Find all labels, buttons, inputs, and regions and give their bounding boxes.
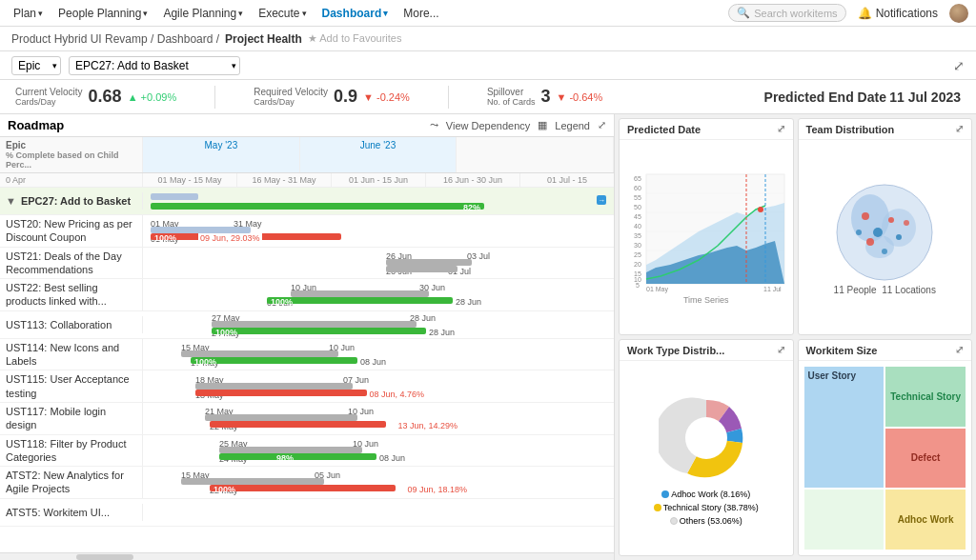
svg-text:30: 30 (634, 242, 641, 249)
svg-text:5: 5 (636, 282, 640, 289)
table-row: UST20: New Pricing as per Discount Coupo… (0, 215, 614, 248)
current-velocity: Current Velocity Cards/Day 0.68 ▲ +0.09% (15, 87, 176, 107)
roadmap-header: Roadmap ⤳ View Dependency ▦ Legend ⤢ (0, 114, 614, 137)
expand-button[interactable]: ⤢ (953, 58, 965, 73)
chevron-down-icon: ▾ (302, 9, 307, 18)
legend-button[interactable]: Legend (555, 120, 590, 131)
avatar[interactable] (949, 4, 968, 23)
nav-agile-planning[interactable]: Agile Planning ▾ (157, 5, 249, 22)
table-row: UST117: Mobile login design 21 May 10 Ju… (0, 403, 614, 435)
chevron-down-icon: ▾ (383, 9, 388, 18)
predicted-end-date: Predicted End Date 11 Jul 2023 (764, 90, 961, 105)
work-type-panel: Work Type Distrib... ⤢ (619, 339, 794, 556)
expand-icon[interactable]: ⤢ (955, 344, 964, 356)
roadmap-table-body: ▼ EPC27: Add to Basket 82% → UST20: New … (0, 188, 614, 552)
bar-date: 28 Jun (429, 328, 455, 337)
expand-icon[interactable]: ⤢ (777, 344, 785, 356)
divider (214, 86, 215, 109)
table-row: UST115: User Acceptance testing 18 May 0… (0, 370, 614, 403)
spillover-delta: ▼ -0.64% (556, 91, 602, 103)
breadcrumb: Product Hybrid UI Revamp / Dashboard / P… (0, 27, 976, 51)
svg-text:50: 50 (634, 204, 641, 210)
treemap-cell-technical-story: Technical Story (885, 367, 966, 427)
bar-date: 09 Jun, 18.18% (407, 485, 467, 494)
gantt-bar-plan (151, 193, 198, 200)
nav-plan[interactable]: Plan ▾ (8, 5, 49, 22)
svg-point-32 (873, 228, 883, 237)
gantt-bar (181, 350, 338, 357)
team-distribution-chart (823, 180, 946, 285)
current-page: Project Health (225, 32, 302, 46)
svg-text:60: 60 (634, 185, 641, 191)
velocity-bar: Current Velocity Cards/Day 0.68 ▲ +0.09%… (0, 80, 976, 114)
svg-point-23 (758, 207, 763, 212)
table-row: UST113: Collaboration 27 May 28 Jun 24 M… (0, 311, 614, 339)
table-row: ATST2: New Analytics for Agile Projects … (0, 467, 614, 499)
legend-dot (661, 490, 669, 498)
legend-icon: ▦ (538, 119, 547, 131)
legend-dot (670, 517, 678, 525)
legend-adhoc: Adhoc Work (8.16%) (661, 490, 750, 499)
svg-text:65: 65 (634, 175, 641, 182)
nav-dashboard[interactable]: Dashboard ▾ (316, 5, 395, 22)
svg-text:01 May: 01 May (646, 286, 668, 293)
gantt-bar-red: 100% 09 Jun, 29.03% (151, 233, 341, 240)
bar-date: 08 Jun (379, 453, 405, 463)
chevron-down-icon: ▾ (38, 9, 43, 18)
collapse-icon[interactable]: ▼ (6, 195, 16, 207)
gantt-bar (205, 414, 357, 421)
nav-people-planning[interactable]: People Planning ▾ (52, 5, 153, 22)
filter-bar: Epic ▾ EPC27: Add to Basket ▾ ⤢ (0, 51, 976, 80)
bar-date: 09 Jun, 29.03% (198, 233, 262, 243)
treemap-cell-empty (804, 490, 884, 550)
epic-value-select-wrap: EPC27: Add to Basket ▾ (69, 56, 240, 75)
notifications-button[interactable]: 🔔 Notifications (850, 7, 946, 20)
bar-label: 100% (215, 328, 237, 337)
svg-point-38 (685, 417, 727, 459)
add-to-favourites-button[interactable]: ★ Add to Favourites (308, 32, 402, 45)
gantt-bar-red: 13 Jun, 14.29% (210, 421, 386, 428)
treemap: User Story Technical Story Defect Adhoc … (804, 367, 966, 550)
gantt-bar (386, 266, 458, 272)
gantt-bar: 100% 28 Jun (212, 328, 426, 334)
bar-date: 13 Jun, 14.29% (397, 421, 458, 430)
gantt-bar (151, 227, 251, 233)
search-bar[interactable]: 🔍 Search workitems (728, 4, 845, 22)
gantt-bar (195, 383, 353, 390)
svg-point-35 (856, 230, 862, 235)
predicted-date-panel: Predicted Date ⤢ 65 60 55 50 45 40 35 30 (619, 118, 794, 335)
table-row: UST21: Deals of the Day Recommendations … (0, 248, 614, 280)
col-epic-label: Epic % Complete based on Child Perc... (0, 137, 143, 172)
roadmap-title: Roadmap (8, 118, 430, 132)
svg-point-30 (862, 212, 869, 220)
horizontal-scrollbar[interactable] (0, 552, 614, 560)
nav-execute[interactable]: Execute ▾ (253, 5, 312, 22)
nav-more[interactable]: More... (397, 5, 444, 22)
expand-icon[interactable]: ⤢ (955, 123, 964, 135)
workitem-size-header: Workitem Size ⤢ (799, 340, 972, 361)
work-type-header: Work Type Distrib... ⤢ (620, 340, 793, 361)
top-nav: Plan ▾ People Planning ▾ Agile Planning … (0, 0, 976, 27)
table-row: UST118: Filter by Product Categories 25 … (0, 435, 614, 468)
expand-icon[interactable]: ⤢ (598, 119, 606, 131)
legend-dot (654, 504, 661, 511)
col-months: May '23 June '23 (143, 137, 614, 172)
bar-label: 82% (463, 203, 480, 212)
bar-date: 08 Jun, 4.76% (369, 390, 424, 399)
epic-select[interactable]: Epic (11, 56, 61, 75)
bar-date: 08 Jun (360, 357, 386, 367)
required-velocity: Required Velocity Cards/Day 0.9 ▼ -0.24% (254, 87, 410, 107)
view-dependency-button[interactable]: View Dependency (446, 120, 530, 131)
time-series-label: Time Series (683, 295, 729, 305)
donut-legend: Adhoc Work (8.16%) Technical Story (38.7… (623, 490, 789, 526)
bell-icon: 🔔 (858, 7, 872, 20)
gantt-bar-red: 100% 09 Jun, 18.18% (210, 485, 396, 491)
spillover: Spillover No. of Cards 3 ▼ -0.64% (487, 87, 602, 107)
epic-value-select[interactable]: EPC27: Add to Basket (69, 56, 240, 75)
expand-icon[interactable]: ⤢ (777, 123, 785, 135)
svg-text:45: 45 (634, 213, 641, 220)
chevron-down-icon: ▾ (238, 9, 243, 18)
right-top-row: Predicted Date ⤢ 65 60 55 50 45 40 35 30 (619, 118, 972, 335)
workitem-size-panel: Workitem Size ⤢ User Story Technical Sto… (798, 339, 973, 556)
dependency-icon: ⤳ (430, 119, 438, 131)
